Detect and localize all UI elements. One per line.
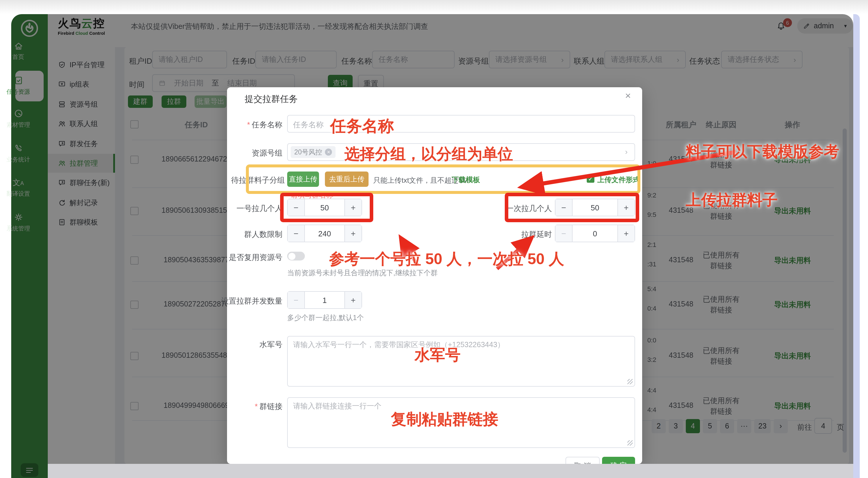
field-concurrent-label: 设置拉群并发数量 [171,296,282,307]
reuse-toggle-off[interactable] [287,252,305,260]
plus-button[interactable]: + [345,225,362,242]
tag-close-icon[interactable]: × [325,149,332,156]
annotation-reference-counts: 参考一个号拉 50 人，一次拉 50 人 [329,249,564,269]
annotation-red-box-right-stepper [505,193,639,222]
resize-handle[interactable] [627,440,633,446]
delay-value[interactable]: 0 [572,225,618,242]
reuse-hint: 当前资源号未封号且合理的情况下,继续拉下个群 [287,268,438,278]
screenshot-stage: 首页 任务资源 素材管理 业务统计 文A 翻译设置 系统管理 火鸟云控 Fire… [0,0,868,478]
page-top-gradient [0,0,868,14]
required-asterisk: * [255,402,258,411]
field-per-account-label: 一号拉几个人 [177,203,282,214]
bottom-band [48,464,853,478]
annotation-select-group: 选择分组，以分组为单位 [344,144,513,164]
field-link-label: *群链接 [177,402,282,412]
annotation-paste-links: 复制粘贴群链接 [391,409,498,430]
concurrent-hint: 多少个群一起拉,默认1个 [287,313,364,323]
field-group-label: 资源号组 [177,148,282,159]
annotation-task-name: 任务名称 [330,116,394,137]
field-name-label: *任务名称 [177,120,282,130]
required-asterisk: * [247,120,250,129]
concurrent-value[interactable]: 1 [304,292,345,308]
annotation-template-ref: 料子可以下载模版参考 [686,141,839,162]
page-right-strip [853,14,860,478]
water-army-placeholder: 请输入水军号一行一个，需要带国家区号例如（+12532263443） [293,340,505,350]
minus-button-disabled: − [555,225,572,242]
delay-stepper[interactable]: − 0 + [555,225,635,242]
annotation-yellow-box [246,164,640,194]
minus-button[interactable]: − [288,225,304,242]
field-water-label: 水军号 [177,340,282,350]
minus-button-disabled: − [288,292,304,308]
chevron-right-icon: › [625,147,628,156]
task-name-placeholder: 任务名称 [293,120,324,130]
field-delay-label: 拉群延时 [446,229,552,240]
plus-button[interactable]: + [345,292,362,308]
close-icon[interactable]: × [625,90,631,102]
annotation-red-box-left-stepper [280,193,373,222]
group-tag-chip: 20号风控× [291,146,336,158]
member-limit-value[interactable]: 240 [304,225,345,242]
concurrent-stepper[interactable]: − 1 + [287,291,362,309]
modal-title: 提交拉群任务 [245,94,298,105]
annotation-upload-material: 上传拉群料子 [686,190,778,211]
field-reuse-label: 是否复用资源号 [177,252,282,263]
field-limit-label: 群人数限制 [177,229,282,240]
group-link-placeholder: 请输入群链接连接一行一个 [293,402,381,411]
toggle-knob [288,253,295,260]
resize-handle[interactable] [627,379,633,384]
member-limit-stepper[interactable]: − 240 + [287,225,362,242]
plus-button[interactable]: + [618,225,634,242]
annotation-water-army: 水军号 [414,345,461,365]
